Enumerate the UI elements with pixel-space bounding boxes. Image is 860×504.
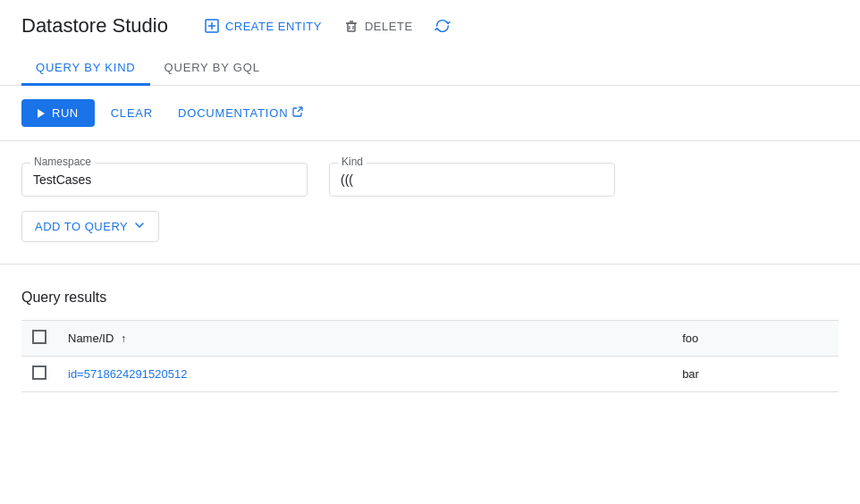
tab-query-by-gql[interactable]: QUERY BY GQL [150,52,274,86]
refresh-icon [434,18,451,34]
run-button[interactable]: RUN [21,99,95,127]
add-to-query-label: ADD TO QUERY [35,220,128,233]
column-check [21,321,57,357]
tab-query-by-kind[interactable]: QUERY BY KIND [21,52,150,86]
column-foo: foo [671,321,839,357]
run-label: RUN [52,106,79,120]
kind-field-group: Kind [329,163,615,197]
add-to-query-button[interactable]: ADD TO QUERY [21,211,159,242]
kind-input[interactable] [329,163,615,197]
play-icon [38,109,45,118]
delete-label: DELETE [365,20,413,33]
documentation-label: DOCUMENTATION [178,106,288,120]
clear-button[interactable]: CLEAR [102,99,162,127]
divider [0,264,860,265]
select-all-checkbox[interactable] [32,330,46,344]
row-foo-cell: bar [671,357,839,392]
entity-link[interactable]: id=5718624291520512 [68,367,187,381]
refresh-button[interactable] [434,18,451,34]
namespace-field-group: Namespace [21,163,308,197]
table-header-row: Name/ID ↑ foo [21,321,839,357]
external-link-icon [291,105,304,121]
create-entity-label: CREATE ENTITY [225,20,322,33]
kind-label: Kind [338,155,367,168]
sort-icon: ↑ [121,332,126,345]
app-title: Datastore Studio [21,14,168,38]
clear-label: CLEAR [111,106,153,120]
results-section: Query results Name/ID ↑ foo [0,272,860,392]
row-checkbox-cell [21,357,57,392]
svg-rect-3 [348,23,355,31]
results-table: Name/ID ↑ foo id=5718624291520512 bar [21,320,839,392]
row-name-cell: id=5718624291520512 [57,357,671,392]
results-title: Query results [21,290,839,306]
column-name-label: Name/ID [68,332,114,345]
app-header: Datastore Studio CREATE ENTITY DELETE [0,0,860,52]
trash-icon [343,18,359,34]
row-checkbox[interactable] [32,365,46,380]
create-entity-button[interactable]: CREATE ENTITY [204,18,322,34]
column-name-id: Name/ID ↑ [57,321,671,357]
plus-icon [204,18,220,34]
svg-line-10 [298,107,302,112]
query-toolbar: RUN CLEAR DOCUMENTATION [0,86,860,141]
documentation-button[interactable]: DOCUMENTATION [169,98,313,128]
namespace-label: Namespace [30,155,95,168]
tab-bar: QUERY BY KIND QUERY BY GQL [0,52,860,86]
delete-button[interactable]: DELETE [343,18,413,34]
query-form: Namespace Kind [0,141,860,211]
chevron-down-icon [133,219,146,234]
table-row: id=5718624291520512 bar [21,357,839,392]
